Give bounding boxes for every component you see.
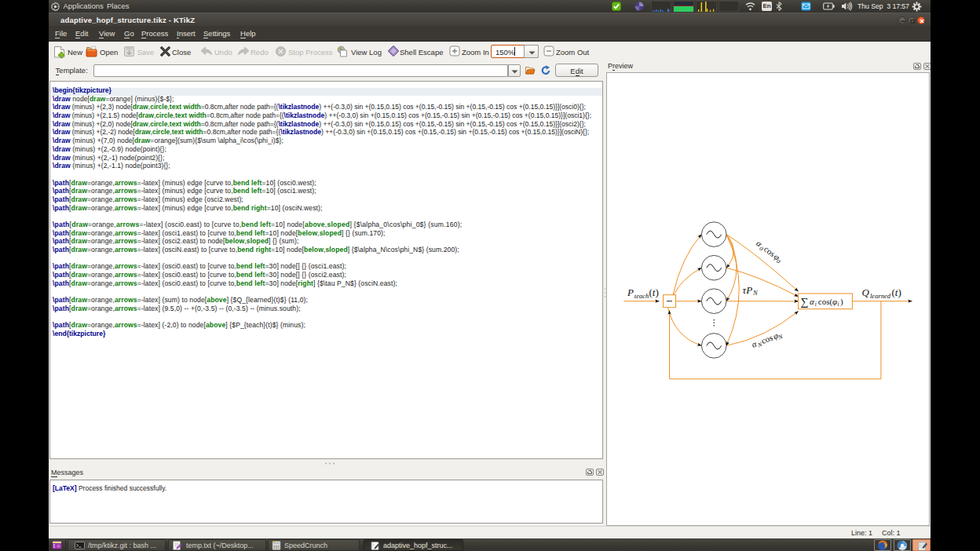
svg-text:∑: ∑	[801, 296, 809, 308]
svg-text:): )	[898, 286, 901, 298]
svg-text:i: i	[815, 301, 817, 308]
svg-text:cos(: cos(	[818, 297, 833, 307]
svg-text:P: P	[627, 286, 634, 298]
svg-text:N: N	[777, 333, 784, 341]
svg-text:α: α	[810, 297, 814, 306]
svg-text:τP: τP	[743, 284, 753, 296]
svg-text:): )	[656, 286, 659, 298]
svg-text:teach: teach	[634, 292, 649, 300]
svg-text:learned: learned	[870, 292, 891, 300]
svg-text:N: N	[752, 289, 759, 297]
svg-text:Q: Q	[862, 286, 870, 298]
svg-text:): )	[840, 297, 843, 307]
svg-text:i: i	[838, 301, 839, 308]
svg-text:φ: φ	[832, 297, 837, 306]
